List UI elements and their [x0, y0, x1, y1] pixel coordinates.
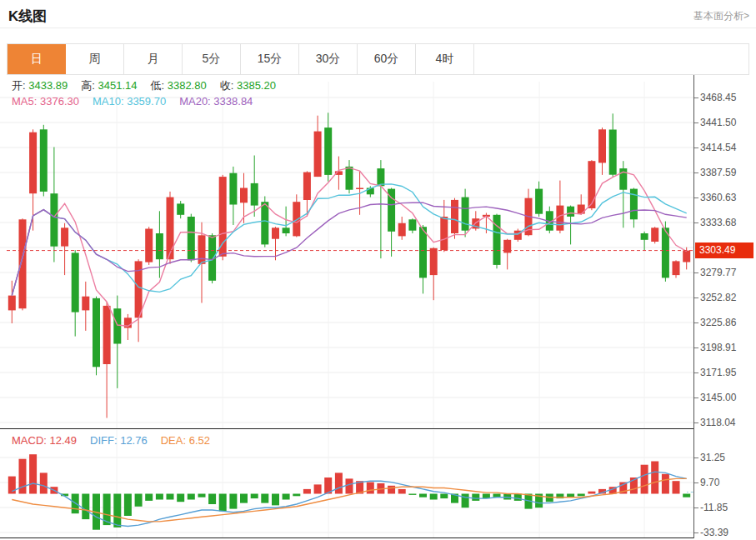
candle[interactable]: [82, 282, 89, 331]
candle[interactable]: [377, 160, 384, 258]
macd-bar[interactable]: [683, 494, 690, 498]
candle[interactable]: [293, 194, 300, 237]
macd-bar[interactable]: [408, 494, 416, 495]
macd-bar[interactable]: [472, 494, 479, 501]
candle[interactable]: [346, 160, 353, 193]
candle[interactable]: [673, 260, 680, 278]
candle[interactable]: [103, 302, 111, 418]
macd-bar[interactable]: [240, 494, 248, 503]
macd-bar[interactable]: [430, 494, 438, 500]
candle[interactable]: [419, 225, 427, 293]
macd-bar[interactable]: [124, 494, 132, 517]
macd-bar[interactable]: [303, 489, 311, 494]
tab-15min[interactable]: 15分: [241, 44, 299, 74]
candle[interactable]: [556, 181, 563, 233]
macd-bar[interactable]: [188, 494, 195, 500]
tab-4hour[interactable]: 4时: [416, 44, 474, 74]
macd-bar[interactable]: [335, 472, 343, 493]
candle[interactable]: [408, 218, 416, 233]
candle[interactable]: [503, 239, 511, 270]
macd-bar[interactable]: [135, 494, 143, 507]
macd-bar[interactable]: [208, 494, 216, 505]
macd-bar[interactable]: [177, 494, 184, 502]
legend-item: MA10: 3359.70: [93, 95, 166, 108]
candle[interactable]: [229, 167, 237, 225]
candle[interactable]: [651, 227, 658, 243]
fundamental-analysis-link[interactable]: 基本面分析>: [693, 9, 749, 23]
macd-bar[interactable]: [261, 494, 268, 503]
candle[interactable]: [251, 156, 258, 218]
macd-bar[interactable]: [462, 494, 469, 508]
macd-bar[interactable]: [293, 494, 300, 497]
candle[interactable]: [324, 112, 332, 181]
candle[interactable]: [283, 207, 290, 237]
candle[interactable]: [50, 148, 58, 262]
macd-bar[interactable]: [29, 454, 37, 493]
macd-bar[interactable]: [588, 492, 595, 494]
macd-bar[interactable]: [82, 494, 89, 520]
tab-bar-filler: [474, 44, 748, 74]
candle[interactable]: [398, 217, 406, 240]
main-chart[interactable]: [0, 75, 693, 430]
macd-bar[interactable]: [367, 482, 374, 494]
candle[interactable]: [609, 113, 617, 177]
candle[interactable]: [514, 229, 522, 242]
candle[interactable]: [462, 189, 469, 238]
candle[interactable]: [145, 227, 153, 265]
tab-day[interactable]: 日: [8, 44, 66, 74]
macd-bar[interactable]: [651, 462, 658, 494]
candle[interactable]: [72, 250, 79, 337]
macd-bar[interactable]: [229, 494, 237, 509]
macd-bar[interactable]: [388, 486, 395, 494]
candle[interactable]: [619, 161, 627, 228]
tab-month[interactable]: 月: [124, 44, 183, 74]
macd-bar[interactable]: [440, 494, 448, 499]
candle[interactable]: [156, 211, 163, 278]
legend-item: DIFF: 12.76: [90, 434, 148, 447]
macd-bar[interactable]: [251, 494, 258, 499]
macd-bar[interactable]: [641, 465, 648, 494]
candle[interactable]: [40, 125, 48, 197]
candle[interactable]: [430, 248, 438, 301]
macd-bar[interactable]: [419, 494, 427, 498]
legend-item: 开: 3433.89: [12, 79, 68, 92]
macd-bar[interactable]: [283, 494, 290, 500]
candle[interactable]: [113, 296, 121, 388]
macd-bar[interactable]: [219, 494, 227, 512]
candle[interactable]: [535, 182, 543, 217]
macd-bar[interactable]: [578, 494, 585, 497]
candle[interactable]: [451, 198, 458, 239]
macd-bar[interactable]: [156, 494, 163, 500]
tab-60min[interactable]: 60分: [358, 44, 416, 74]
macd-bar[interactable]: [398, 489, 406, 494]
candle[interactable]: [124, 314, 132, 340]
y-axis-label: -11.85: [700, 501, 728, 514]
macd-bar[interactable]: [40, 472, 48, 493]
candle[interactable]: [188, 214, 195, 262]
macd-bar[interactable]: [662, 474, 669, 494]
macd-bar[interactable]: [272, 494, 279, 506]
candle[interactable]: [19, 218, 27, 310]
macd-bar[interactable]: [514, 494, 522, 501]
macd-bar[interactable]: [673, 481, 680, 493]
macd-bar[interactable]: [113, 494, 121, 528]
macd-bar[interactable]: [198, 494, 206, 498]
candle[interactable]: [546, 207, 553, 233]
macd-bar[interactable]: [314, 484, 322, 493]
candle[interactable]: [598, 128, 606, 175]
candle[interactable]: [440, 200, 448, 252]
y-axis-label: 3198.91: [700, 341, 736, 354]
tab-week[interactable]: 周: [66, 44, 124, 74]
macd-bar[interactable]: [145, 494, 153, 501]
tab-5min[interactable]: 5分: [183, 44, 241, 74]
macd-bar[interactable]: [167, 494, 174, 500]
tab-30min[interactable]: 30分: [299, 44, 358, 74]
candle[interactable]: [93, 297, 100, 376]
candle[interactable]: [493, 214, 501, 269]
candle[interactable]: [567, 206, 574, 245]
candle[interactable]: [314, 116, 322, 177]
candle[interactable]: [135, 259, 143, 342]
candle[interactable]: [61, 223, 68, 275]
macd-bar[interactable]: [346, 478, 353, 493]
candle[interactable]: [177, 201, 184, 218]
